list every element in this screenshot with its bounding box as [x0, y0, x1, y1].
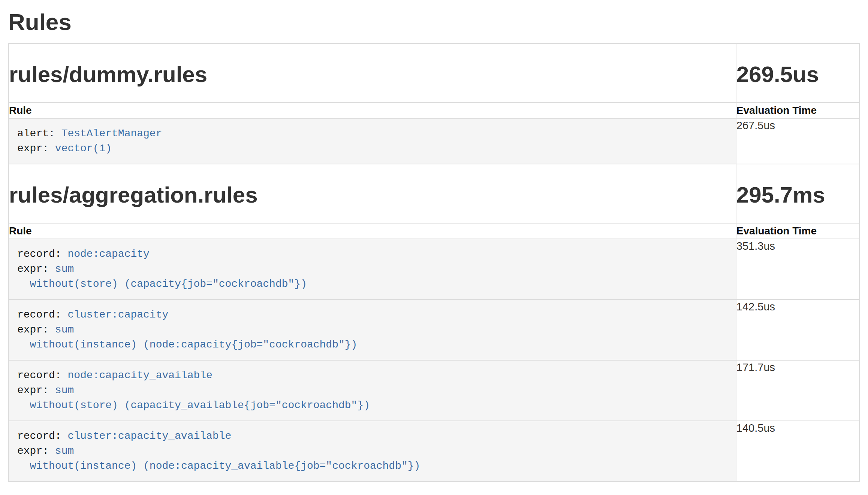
- rule-link[interactable]: node:capacity_available: [67, 370, 212, 381]
- rule-cell: record: node:capacity_available expr: su…: [9, 360, 736, 421]
- rule-link[interactable]: sum: [55, 263, 74, 275]
- rule-link[interactable]: sum: [55, 324, 74, 335]
- rule-link[interactable]: without(store) (capacity{job="cockroachd…: [30, 278, 307, 290]
- column-header-row: RuleEvaluation Time: [9, 103, 859, 118]
- rule-row: record: node:capacity_available expr: su…: [9, 360, 859, 421]
- rule-key: expr:: [17, 263, 55, 275]
- rule-key: record:: [17, 370, 67, 381]
- rule-code: record: cluster:capacity expr: sum witho…: [9, 300, 736, 360]
- rule-column-header: Rule: [9, 103, 736, 118]
- rule-key: expr:: [17, 324, 55, 335]
- rule-cell: record: cluster:capacity_available expr:…: [9, 421, 736, 482]
- rule-column-header: Rule: [9, 223, 736, 239]
- rule-row: record: cluster:capacity_available expr:…: [9, 421, 859, 482]
- rule-key: [17, 400, 30, 411]
- rule-key: expr:: [17, 445, 55, 457]
- rule-cell: alert: TestAlertManager expr: vector(1): [9, 118, 736, 164]
- group-file-heading: rules/aggregation.rules: [9, 182, 736, 209]
- rule-key: expr:: [17, 143, 55, 154]
- rule-eval-time-cell: 142.5us: [736, 300, 859, 360]
- rule-groups-list: rules/dummy.rules269.5usRuleEvaluation T…: [8, 43, 860, 482]
- rule-link[interactable]: without(instance) (node:capacity_availab…: [30, 460, 421, 472]
- rule-code: record: node:capacity_available expr: su…: [9, 361, 736, 420]
- group-eval-time-cell: 295.7ms: [736, 164, 859, 223]
- page-container: Rules rules/dummy.rules269.5usRuleEvalua…: [0, 9, 868, 482]
- group-header-row: rules/aggregation.rules295.7ms: [9, 164, 859, 223]
- rule-link[interactable]: cluster:capacity: [67, 309, 168, 321]
- rule-key: record:: [17, 248, 67, 260]
- page-title: Rules: [8, 9, 860, 35]
- eval-time-column-header: Evaluation Time: [736, 223, 859, 239]
- rule-key: record:: [17, 430, 67, 442]
- rule-key: [17, 278, 30, 290]
- rules-group-table: rules/aggregation.rules295.7msRuleEvalua…: [8, 164, 860, 482]
- rule-code: record: cluster:capacity_available expr:…: [9, 421, 736, 481]
- rule-row: record: node:capacity expr: sum without(…: [9, 239, 859, 300]
- rule-code: alert: TestAlertManager expr: vector(1): [9, 119, 736, 164]
- rule-key: [17, 460, 30, 472]
- rules-group-table: rules/dummy.rules269.5usRuleEvaluation T…: [8, 43, 860, 164]
- group-file-heading: rules/dummy.rules: [9, 61, 736, 88]
- rule-eval-time-cell: 140.5us: [736, 421, 859, 482]
- rule-code: record: node:capacity expr: sum without(…: [9, 239, 736, 299]
- rule-link[interactable]: without(store) (capacity_available{job="…: [30, 400, 370, 411]
- rules-page: { "page": { "title": "Rules" }, "column_…: [0, 0, 868, 495]
- rule-row: record: cluster:capacity expr: sum witho…: [9, 300, 859, 360]
- rule-eval-time-cell: 267.5us: [736, 118, 859, 164]
- group-file-cell: rules/aggregation.rules: [9, 164, 736, 223]
- rule-key: [17, 339, 30, 350]
- rule-link[interactable]: sum: [55, 385, 74, 396]
- rule-row: alert: TestAlertManager expr: vector(1)2…: [9, 118, 859, 164]
- eval-time-column-header: Evaluation Time: [736, 103, 859, 118]
- rule-key: record:: [17, 309, 67, 321]
- rule-link[interactable]: cluster:capacity_available: [67, 430, 231, 442]
- rule-eval-time-cell: 171.7us: [736, 360, 859, 421]
- rule-link[interactable]: TestAlertManager: [61, 128, 162, 139]
- group-eval-time: 295.7ms: [736, 182, 859, 209]
- rule-cell: record: cluster:capacity expr: sum witho…: [9, 300, 736, 360]
- rule-cell: record: node:capacity expr: sum without(…: [9, 239, 736, 300]
- rule-link[interactable]: without(instance) (node:capacity{job="co…: [30, 339, 358, 350]
- rule-link[interactable]: node:capacity: [67, 248, 149, 260]
- rule-link[interactable]: vector(1): [55, 143, 112, 154]
- rule-key: alert:: [17, 128, 61, 139]
- group-eval-time-cell: 269.5us: [736, 43, 859, 103]
- rule-link[interactable]: sum: [55, 445, 74, 457]
- group-file-cell: rules/dummy.rules: [9, 43, 736, 103]
- group-header-row: rules/dummy.rules269.5us: [9, 43, 859, 103]
- group-eval-time: 269.5us: [736, 61, 859, 88]
- rule-eval-time-cell: 351.3us: [736, 239, 859, 300]
- column-header-row: RuleEvaluation Time: [9, 223, 859, 239]
- rule-key: expr:: [17, 385, 55, 396]
